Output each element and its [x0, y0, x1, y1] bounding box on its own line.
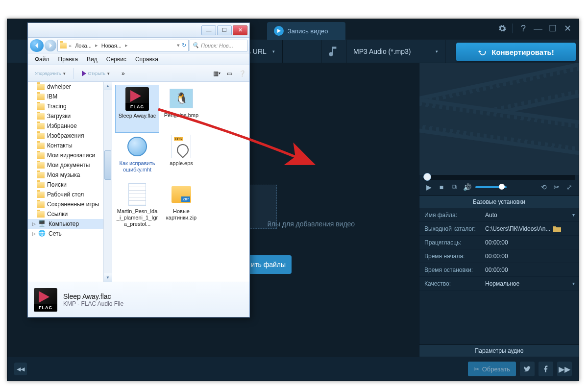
chevron-down-icon: ▾ [436, 49, 438, 54]
mht-icon [127, 137, 147, 156]
tree-computer[interactable]: ▷🖥️Компьютер [28, 219, 112, 229]
details-filename: Sleep Away.flac [63, 292, 123, 300]
maximize-button[interactable]: ☐ [217, 25, 232, 35]
open-button[interactable]: Открыть [78, 69, 114, 78]
explorer-window: — ☐ ✕ « Лока...▸ Новая...▸ ▾ ↻ 🔍 Поиск: … [27, 23, 250, 317]
audio-params-header[interactable]: Параметры аудио [419, 344, 579, 357]
setting-stop[interactable]: Время остановки:00:00:00 [419, 263, 579, 277]
tree-videos[interactable]: Мои видеозаписи [28, 150, 112, 160]
file-apple-eps[interactable]: apple.eps [159, 133, 203, 181]
settings-icon[interactable] [496, 22, 509, 35]
file-txt[interactable]: Martin_Pesn_lda_i_plameni_1_Igra_prestol… [115, 181, 159, 236]
play-icon [274, 26, 284, 36]
organize-button[interactable]: Упорядочить [31, 70, 70, 77]
file-mht[interactable]: Как исправить ошибку.mht [115, 133, 159, 181]
trim-button[interactable]: ✂ Обрезать [468, 362, 516, 376]
address-bar: « Лока...▸ Новая...▸ ▾ ↻ 🔍 Поиск: Нов... [28, 38, 249, 53]
volume-slider[interactable] [475, 186, 507, 188]
loop-icon[interactable]: ⟲ [539, 183, 548, 192]
convert-button[interactable]: Конвертировать! [456, 43, 576, 61]
preview-area [419, 63, 579, 175]
refresh-icon[interactable]: ↻ [182, 42, 186, 49]
tree-tracing[interactable]: Tracing [28, 101, 112, 111]
nav-forward-button[interactable] [45, 40, 56, 51]
tree-pictures[interactable]: Изображения [28, 131, 112, 141]
window-controls: ? — ☐ ✕ [496, 22, 574, 35]
details-pane: FLAC Sleep Away.flac KMP - FLAC Audio Fi… [28, 282, 249, 317]
close-button[interactable]: ✕ [233, 25, 247, 35]
folder-tree[interactable]: dwhelper IBM Tracing Загрузки Избранное … [28, 82, 112, 282]
cut-icon[interactable]: ✂ [552, 183, 561, 192]
player-controls: ▶ ■ ⧉ 🔊 ⟲ ✂ ⤢ [419, 182, 579, 195]
nav-back-button[interactable] [30, 39, 44, 52]
explorer-toolbar: Упорядочить Открыть » ▦ ▾ ▭ ❔ [28, 65, 249, 82]
tree-favorites[interactable]: Избранное [28, 121, 112, 131]
timeline[interactable] [423, 175, 575, 179]
more-icon[interactable]: ▶▶ [557, 362, 572, 376]
tree-downloads[interactable]: Загрузки [28, 111, 112, 121]
minimize-icon[interactable]: — [532, 22, 544, 35]
folder-icon [60, 43, 67, 49]
tree-links[interactable]: Ссылки [28, 209, 112, 219]
tree-savedgames[interactable]: Сохраненные игры [28, 199, 112, 209]
collapse-icon[interactable]: ◀◀ [14, 363, 27, 375]
more-button[interactable]: » [118, 69, 129, 78]
setting-quality[interactable]: Качество:Нормальное▾ [419, 277, 579, 291]
browse-icon[interactable] [553, 225, 561, 232]
tree-documents[interactable]: Мои документы [28, 160, 112, 170]
volume-icon[interactable]: 🔊 [463, 183, 471, 192]
file-sleep-away-flac[interactable]: FLAC Sleep Away.flac [115, 85, 159, 133]
timeline-handle[interactable] [423, 173, 431, 181]
file-zip[interactable]: Новые картинки.zip [159, 181, 203, 236]
tree-contacts[interactable]: Контакты [28, 141, 112, 150]
breadcrumb[interactable]: « Лока...▸ Новая...▸ ▾ ↻ [57, 40, 189, 51]
output-format-select[interactable]: MP3 Audio (*.mp3) ▾ [346, 40, 445, 63]
settings-header[interactable]: Базовые установки [419, 195, 579, 208]
setting-start[interactable]: Время начала:00:00:00 [419, 249, 579, 263]
tab-record-video[interactable]: Запись видео [267, 22, 345, 40]
audio-format-icon[interactable] [321, 40, 346, 63]
menu-tools[interactable]: Сервис [102, 55, 130, 64]
tree-network[interactable]: ▷🌐Сеть [28, 229, 112, 239]
stop-icon[interactable]: ■ [437, 183, 446, 192]
menu-view[interactable]: Вид [83, 55, 101, 64]
help-icon[interactable]: ? [517, 22, 530, 35]
twitter-icon[interactable] [520, 362, 535, 376]
close-icon[interactable]: ✕ [561, 22, 574, 35]
menu-bar: Файл Правка Вид Сервис Справка [28, 53, 249, 65]
tab-label: Запись видео [288, 27, 328, 35]
eps-icon [172, 135, 191, 158]
snapshot-icon[interactable]: ⧉ [450, 183, 459, 192]
tree-desktop[interactable]: Рабочий стол [28, 190, 112, 199]
facebook-icon[interactable] [539, 362, 553, 376]
menu-file[interactable]: Файл [31, 55, 53, 64]
maximize-icon[interactable]: ☐ [546, 22, 559, 35]
tree-music[interactable]: Моя музыка [28, 170, 112, 180]
image-thumb [170, 89, 193, 108]
menu-edit[interactable]: Правка [54, 55, 82, 64]
tree-ibm[interactable]: IBM [28, 92, 112, 101]
setting-filename[interactable]: Имя файла:Auto▾ [419, 208, 579, 222]
converter-footer: ◀◀ ✂ Обрезать ▶▶ [7, 357, 579, 381]
play-icon[interactable]: ▶ [424, 183, 433, 192]
text-icon [128, 183, 146, 206]
explorer-titlebar[interactable]: — ☐ ✕ [28, 23, 249, 38]
file-list[interactable]: FLAC Sleep Away.flac Penguins.bmp Как ис… [112, 82, 249, 282]
search-icon: 🔍 [192, 42, 199, 49]
settings-panel: Базовые установки Имя файла:Auto▾ Выходн… [419, 195, 579, 357]
expand-icon[interactable]: ⤢ [565, 183, 574, 192]
search-input[interactable]: 🔍 Поиск: Нов... [190, 40, 247, 51]
minimize-button[interactable]: — [201, 25, 216, 35]
preview-pane-icon[interactable]: ▭ [225, 69, 234, 78]
side-panel: ▶ ■ ⧉ 🔊 ⟲ ✂ ⤢ Базовые установки Имя файл… [419, 63, 579, 357]
view-icon[interactable]: ▦ ▾ [212, 69, 221, 78]
tree-searches[interactable]: Поиски [28, 180, 112, 190]
flac-icon: FLAC [125, 87, 149, 111]
help-explorer-icon[interactable]: ❔ [238, 69, 246, 78]
tree-dwhelper[interactable]: dwhelper [28, 82, 112, 92]
file-penguins-bmp[interactable]: Penguins.bmp [159, 85, 203, 133]
menu-help[interactable]: Справка [131, 55, 162, 64]
setting-output-dir[interactable]: Выходной каталог:C:\Users\ПК\Videos\An..… [419, 222, 579, 236]
zip-icon [172, 186, 191, 203]
tree-scrollbar[interactable]: ▲▼ [103, 82, 112, 282]
